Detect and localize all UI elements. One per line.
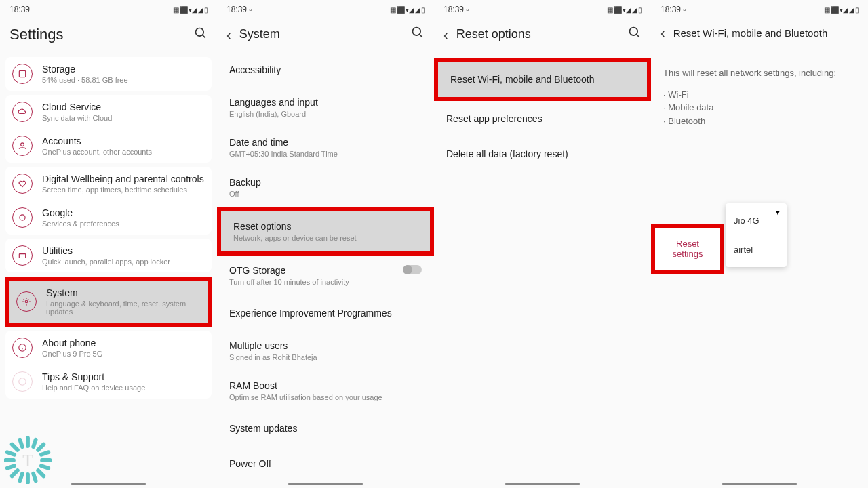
svg-rect-2 xyxy=(19,70,25,77)
back-icon[interactable]: ‹ xyxy=(226,28,231,41)
nav-handle[interactable] xyxy=(71,483,146,485)
settings-list: Storage54% used · 58.81 GB free Cloud Se… xyxy=(0,53,217,488)
item-experience[interactable]: Experience Improvement Programmes xyxy=(217,296,434,331)
gear-icon xyxy=(12,207,33,228)
highlighted-reset-options: Reset optionsNetwork, apps or device can… xyxy=(217,207,434,256)
svg-point-0 xyxy=(196,28,204,36)
storage-icon xyxy=(12,64,33,84)
header: ‹ System xyxy=(217,19,434,52)
item-system-updates[interactable]: System updates xyxy=(217,411,434,446)
item-backup[interactable]: BackupOff xyxy=(217,167,434,207)
item-languages[interactable]: Languages and inputEnglish (India), Gboa… xyxy=(217,87,434,127)
item-google[interactable]: GoogleServices & preferences xyxy=(5,201,212,235)
reset-settings-button[interactable]: Reset settings xyxy=(651,224,724,274)
header: ‹ Reset Wi-Fi, mobile and Bluetooth xyxy=(651,19,868,49)
search-icon[interactable] xyxy=(628,26,642,43)
item-reset-options[interactable]: Reset optionsNetwork, apps or device can… xyxy=(221,211,430,251)
header: ‹ Reset options xyxy=(434,19,651,52)
item-date-time[interactable]: Date and timeGMT+05:30 India Standard Ti… xyxy=(217,127,434,167)
status-time: 18:39 ▫ xyxy=(443,5,469,14)
otg-toggle[interactable] xyxy=(403,265,422,274)
item-tips[interactable]: Tips & SupportHelp and FAQ on device usa… xyxy=(5,365,212,399)
item-accounts[interactable]: AccountsOnePlus account, other accounts xyxy=(5,129,212,163)
svg-line-1 xyxy=(203,35,205,37)
search-icon[interactable] xyxy=(411,26,425,43)
svg-line-17 xyxy=(38,445,43,450)
item-accessibility[interactable]: Accessibility xyxy=(217,52,434,87)
item-factory-reset[interactable]: Delete all data (factory reset) xyxy=(434,136,651,171)
item-reset-wifi[interactable]: Reset Wi-Fi, mobile and Bluetooth xyxy=(438,62,647,97)
item-multiple-users[interactable]: Multiple usersSigned in as Rohit Bhateja xyxy=(217,331,434,371)
svg-point-6 xyxy=(25,300,28,303)
reset-description: This will reset all network settings, in… xyxy=(651,49,868,88)
svg-point-10 xyxy=(19,378,26,386)
item-ram-boost[interactable]: RAM BoostOptimise RAM utilisation based … xyxy=(217,371,434,411)
watermark-logo: T xyxy=(4,436,52,484)
heart-icon xyxy=(12,174,33,194)
svg-line-20 xyxy=(33,440,36,447)
svg-line-29 xyxy=(420,35,422,37)
item-reset-app-prefs[interactable]: Reset app preferences xyxy=(434,101,651,136)
search-icon[interactable] xyxy=(194,26,208,43)
briefcase-icon xyxy=(12,245,33,266)
item-wellbeing[interactable]: Digital Wellbeing and parental controlsS… xyxy=(5,167,212,201)
status-time: 18:39 xyxy=(9,5,30,14)
svg-line-16 xyxy=(38,470,43,476)
reset-bullets: · Wi-Fi · Mobile data · Bluetooth xyxy=(651,88,868,128)
status-icons: ▦ ⬛ ▾ ◢ ◢ ▯ xyxy=(824,6,859,14)
page-title: Settings xyxy=(9,26,186,43)
sim-dropdown[interactable]: ▼ Jio 4G airtel xyxy=(726,203,787,267)
svg-point-4 xyxy=(20,215,25,220)
svg-point-3 xyxy=(21,143,24,146)
phone-reset-options: 18:39 ▫ ▦ ⬛ ▾ ◢ ◢ ▯ ‹ Reset options Rese… xyxy=(434,0,651,488)
chevron-down-icon: ▼ xyxy=(774,209,781,216)
item-power-off[interactable]: Power Off xyxy=(217,446,434,481)
nav-handle[interactable] xyxy=(288,483,363,485)
phone-reset-wifi: 18:39 ▫ ▦ ⬛ ▾ ◢ ◢ ▯ ‹ Reset Wi-Fi, mobil… xyxy=(651,0,868,488)
status-icons: ▦ ⬛ ▾ ◢ ◢ ▯ xyxy=(607,6,642,14)
svg-point-28 xyxy=(413,28,421,36)
svg-line-21 xyxy=(7,452,15,455)
item-utilities[interactable]: UtilitiesQuick launch, parallel apps, ap… xyxy=(5,239,212,272)
item-cloud[interactable]: Cloud ServiceSync data with Cloud xyxy=(5,95,212,129)
svg-line-19 xyxy=(20,440,22,447)
back-icon[interactable]: ‹ xyxy=(443,28,448,41)
highlighted-reset-wifi: Reset Wi-Fi, mobile and Bluetooth xyxy=(434,58,651,101)
svg-line-24 xyxy=(41,466,49,468)
item-otg-storage[interactable]: OTG StorageTurn off after 10 minutes of … xyxy=(217,256,434,296)
page-title: System xyxy=(239,27,403,41)
header: Settings xyxy=(0,19,217,53)
phone-system: 18:39 ▫ ▦ ⬛ ▾ ◢ ◢ ▯ ‹ System Accessibili… xyxy=(217,0,434,488)
svg-line-31 xyxy=(637,35,639,37)
phone-settings: 18:39 ▦ ⬛ ▾ ◢ ◢ ▯ Settings Storage54% us… xyxy=(0,0,217,488)
cloud-icon xyxy=(12,102,33,122)
status-bar: 18:39 ▫ ▦ ⬛ ▾ ◢ ◢ ▯ xyxy=(651,0,868,19)
svg-line-25 xyxy=(20,474,22,481)
sim-option-airtel[interactable]: airtel xyxy=(726,235,787,264)
svg-point-30 xyxy=(630,28,638,36)
info-icon xyxy=(12,338,33,358)
status-bar: 18:39 ▫ ▦ ⬛ ▾ ◢ ◢ ▯ xyxy=(217,0,434,19)
reset-wifi-content: This will reset all network settings, in… xyxy=(651,49,868,488)
item-system[interactable]: SystemLanguage & keyboard, time, reset, … xyxy=(9,281,208,323)
svg-line-22 xyxy=(7,466,15,468)
status-icons: ▦ ⬛ ▾ ◢ ◢ ▯ xyxy=(173,6,208,14)
status-bar: 18:39 ▫ ▦ ⬛ ▾ ◢ ◢ ▯ xyxy=(434,0,651,19)
nav-handle[interactable] xyxy=(505,483,580,485)
svg-line-18 xyxy=(12,470,18,476)
svg-rect-5 xyxy=(19,254,25,258)
back-icon[interactable]: ‹ xyxy=(660,26,665,39)
svg-line-15 xyxy=(12,445,18,450)
help-icon xyxy=(12,371,33,392)
status-time: 18:39 ▫ xyxy=(226,5,252,14)
status-icons: ▦ ⬛ ▾ ◢ ◢ ▯ xyxy=(390,6,425,14)
item-storage[interactable]: Storage54% used · 58.81 GB free xyxy=(5,57,212,91)
page-title: Reset options xyxy=(456,27,620,41)
nav-handle[interactable] xyxy=(722,483,797,485)
system-list: Accessibility Languages and inputEnglish… xyxy=(217,52,434,488)
item-about[interactable]: About phoneOnePlus 9 Pro 5G xyxy=(5,331,212,365)
settings-icon xyxy=(16,291,37,312)
status-bar: 18:39 ▦ ⬛ ▾ ◢ ◢ ▯ xyxy=(0,0,217,19)
user-icon xyxy=(12,136,33,156)
status-time: 18:39 ▫ xyxy=(660,5,686,14)
